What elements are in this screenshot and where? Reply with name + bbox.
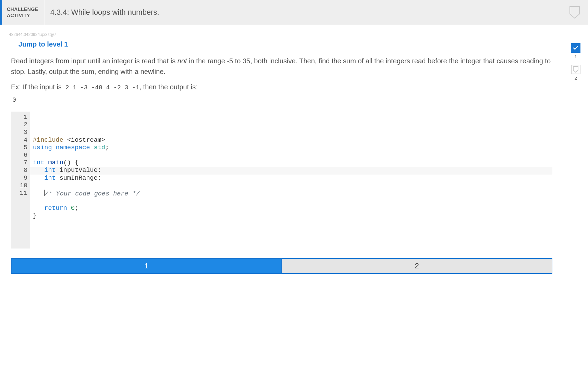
example-line: Ex: If the input is 2 1 -3 -48 4 -2 3 -1…: [11, 83, 552, 91]
level-progress-bar: 1 2: [11, 258, 552, 274]
code-editor[interactable]: 1234567891011 #include <iostream>using n…: [11, 112, 552, 249]
example-suffix: , then the output is:: [139, 83, 198, 91]
challenge-tag-line1: CHALLENGE: [7, 6, 38, 12]
example-output: 0: [12, 97, 561, 103]
bookmark-pocket-icon[interactable]: [561, 0, 588, 25]
progress-segment-2[interactable]: 2: [281, 259, 552, 273]
progress-segment-1[interactable]: 1: [12, 259, 281, 273]
code-area[interactable]: #include <iostream>using namespace std; …: [30, 112, 552, 249]
activity-id: 482644.3420924.qx3zqy7: [9, 32, 588, 37]
level-badge-2[interactable]: [571, 65, 580, 74]
level-badge-1[interactable]: [571, 43, 580, 53]
problem-statement: Read integers from input until an intege…: [11, 56, 552, 77]
jump-to-level-link[interactable]: Jump to level 1: [19, 40, 68, 48]
problem-part1: Read integers from input until an intege…: [11, 57, 177, 65]
level-number-1: 1: [574, 54, 577, 59]
activity-header: CHALLENGE ACTIVITY 4.3.4: While loops wi…: [0, 0, 588, 25]
example-input: 2 1 -3 -48 4 -2 3 -1: [62, 84, 139, 91]
activity-title: 4.3.4: While loops with numbers.: [45, 0, 561, 25]
level-number-2: 2: [574, 76, 577, 81]
code-content[interactable]: #include <iostream>using namespace std; …: [33, 137, 552, 220]
check-icon: [573, 45, 578, 51]
problem-not: not: [177, 57, 187, 65]
pocket-small-icon: [573, 66, 579, 73]
challenge-tag-line2: ACTIVITY: [7, 12, 38, 18]
challenge-tag: CHALLENGE ACTIVITY: [2, 0, 45, 25]
level-sidebar: 1 2: [563, 38, 588, 83]
line-gutter: 1234567891011: [11, 112, 30, 249]
example-prefix: Ex: If the input is: [11, 83, 62, 91]
